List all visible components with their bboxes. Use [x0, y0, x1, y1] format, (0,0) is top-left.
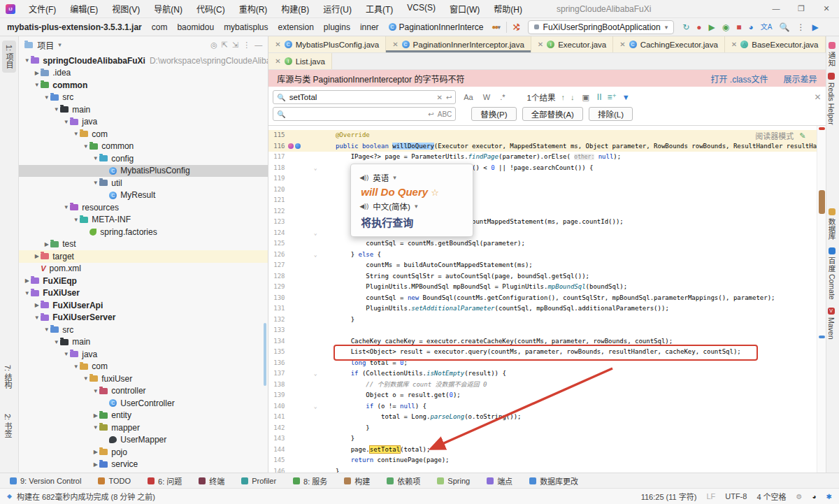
breadcrumb-item[interactable]: mybatisplus	[224, 22, 268, 32]
locate-file-icon[interactable]: ◎	[210, 41, 217, 50]
tree-item-test[interactable]: ▶test	[19, 238, 268, 251]
speaker-icon[interactable]: ◀))	[359, 203, 368, 210]
tree-expander[interactable]: ▼	[82, 375, 89, 382]
tree-expander[interactable]: ▶	[43, 241, 50, 247]
tree-item-java[interactable]: ▼java	[19, 116, 268, 129]
popup-lang-english[interactable]: 英语	[373, 172, 389, 183]
tree-expander[interactable]: ▶	[92, 461, 99, 468]
tree-item--idea[interactable]: ▶.idea	[19, 67, 268, 80]
tree-expander[interactable]: ▼	[92, 180, 99, 186]
tree-expander[interactable]: ▼	[23, 57, 31, 64]
tree-expander[interactable]: ▼	[62, 119, 70, 125]
tree-expander[interactable]: ▼	[72, 363, 80, 370]
fold-marker[interactable]: ⌄	[310, 228, 320, 239]
bottom-tab-6-问题[interactable]: 6: 问题	[148, 475, 182, 487]
tree-item-mapper[interactable]: ▼mapper	[19, 422, 268, 434]
tree-item-common[interactable]: ▼common	[19, 141, 268, 153]
tree-item-springcloudealibabafuxi[interactable]: ▼springCloudeAlibabaFuXiD:\workspace\spr…	[19, 55, 268, 67]
tree-item-resources[interactable]: ▼resources	[19, 201, 268, 214]
sidebar-tab-structure[interactable]: 7: 结构	[2, 365, 13, 389]
close-button[interactable]: ✕	[814, 0, 839, 17]
more-icon[interactable]: ⋮	[796, 23, 805, 31]
tree-item-fuxiuserserver[interactable]: ▼FuXiUserServer	[19, 312, 268, 324]
tree-expander[interactable]: ▶	[23, 278, 31, 284]
run-coverage-icon[interactable]: ▶	[709, 23, 715, 31]
bottom-tab-终端[interactable]: 终端	[199, 475, 224, 487]
tree-item-com[interactable]: ▼com	[19, 361, 268, 373]
chevron-down-icon[interactable]: ▾	[58, 41, 62, 48]
overrides-method-icon[interactable]	[295, 143, 301, 149]
tree-item-config[interactable]: ▼config	[19, 152, 268, 165]
replace-field[interactable]: 🔍 ↩ ABC	[273, 107, 456, 121]
sidebar-tab-project[interactable]: 1: 项目	[2, 41, 16, 73]
tool-stripe-bell[interactable]: 通知	[827, 42, 838, 66]
tree-expander[interactable]: ▶	[92, 412, 99, 419]
tree-expander[interactable]: ▼	[43, 94, 50, 101]
open-class-file-link[interactable]: 打开 .class文件	[710, 73, 768, 85]
close-tab-icon[interactable]: ✕	[731, 41, 737, 48]
popup-lang-chinese[interactable]: 中文(简体)	[373, 201, 410, 212]
breadcrumb-item-class[interactable]: CPaginationInnerInterce	[389, 22, 484, 32]
menu-item[interactable]: 窗口(W)	[443, 1, 486, 17]
tool-stripe-database[interactable]: 数据库	[827, 208, 838, 240]
menu-item[interactable]: 帮助(H)	[487, 1, 529, 17]
favorite-star-icon[interactable]: ☆	[431, 187, 439, 198]
tree-item-entity[interactable]: ▶entity	[19, 410, 268, 422]
show-diff-link[interactable]: 展示差异	[784, 73, 817, 85]
close-tab-icon[interactable]: ✕	[275, 41, 280, 48]
search-icon[interactable]: 🔍	[779, 23, 789, 31]
debug-icon[interactable]: ●	[696, 23, 701, 31]
code-editor[interactable]: 115 @Override116 public boolean willDoQu…	[268, 126, 825, 473]
bottom-tab-8-服务[interactable]: 8: 服务	[293, 475, 327, 487]
menu-item[interactable]: 代码(C)	[190, 1, 231, 17]
fold-marker[interactable]: ⌄	[310, 163, 320, 174]
profile-icon[interactable]: ◉	[722, 23, 729, 31]
replace-input[interactable]	[289, 110, 425, 118]
tree-item-myresult[interactable]: CMyResult	[19, 189, 268, 202]
bottom-tab-构建[interactable]: 构建	[344, 475, 370, 487]
breadcrumb-item[interactable]: extension	[278, 22, 313, 32]
tool-stripe-maven[interactable]: VMaven	[827, 308, 836, 340]
tree-expander[interactable]: ▼	[33, 315, 41, 321]
replace-button[interactable]: 替换(P)	[471, 107, 516, 121]
project-scrollbar[interactable]	[264, 323, 266, 386]
words-toggle[interactable]: W	[481, 92, 492, 102]
tree-expander[interactable]: ▼	[82, 143, 89, 150]
fold-marker[interactable]: ⌄	[310, 250, 320, 261]
tree-expander[interactable]: ▼	[92, 424, 99, 431]
assistant-icon[interactable]: ✱	[826, 493, 832, 501]
close-tab-icon[interactable]: ✕	[275, 57, 280, 65]
maximize-button[interactable]: ❐	[789, 0, 814, 17]
line-separator[interactable]: LF	[706, 492, 715, 501]
rerun-icon[interactable]: ↻	[682, 23, 689, 31]
bottom-tab-数据库更改[interactable]: 数据库更改	[529, 475, 578, 487]
more-icon[interactable]: ⋮	[243, 41, 250, 50]
regex-toggle[interactable]: .*	[498, 92, 507, 102]
bottom-tab-依赖项[interactable]: 依赖项	[387, 475, 420, 487]
search-field[interactable]: 🔍 ✕ ↩	[273, 90, 456, 104]
tab-paginationinnerinterceptor-java[interactable]: ✕CPaginationInnerInterceptor.java	[386, 36, 531, 52]
menu-item[interactable]: 文件(F)	[22, 1, 62, 17]
lock-icon[interactable]: ⚙	[796, 493, 803, 501]
bottom-tab-spring[interactable]: Spring	[437, 477, 470, 485]
tool-stripe-comate[interactable]: 百度 Comate	[827, 247, 838, 300]
indent-setting[interactable]: 4 个空格	[756, 491, 786, 502]
tree-item-fuxiuser[interactable]: ▼fuxiUser	[19, 373, 268, 385]
tree-item-src[interactable]: ▼src	[19, 92, 268, 104]
multiline-icon[interactable]: ≡⁺	[607, 92, 616, 102]
tab-executor-java[interactable]: ✕IExecutor.java	[531, 36, 613, 52]
tree-item-usermapper[interactable]: UserMapper	[19, 434, 268, 447]
breadcrumb-item[interactable]: inner	[360, 22, 379, 32]
tree-expander[interactable]: ▶	[92, 449, 99, 455]
exclude-button[interactable]: 排除(L)	[589, 107, 633, 121]
menu-item[interactable]: 重构(R)	[233, 1, 274, 17]
tree-item-pojo[interactable]: ▶pojo	[19, 446, 268, 459]
tree-expander[interactable]: ▶	[33, 70, 41, 76]
history-icon[interactable]: ↩	[446, 94, 452, 101]
bottom-tab-profiler[interactable]: Profiler	[241, 477, 276, 485]
bottom-tab-端点[interactable]: 端点	[487, 475, 512, 487]
pin-icon[interactable]: II	[597, 92, 602, 102]
hide-panel-icon[interactable]: —	[254, 41, 262, 49]
tree-expander[interactable]: ▼	[52, 339, 60, 345]
breadcrumb-item[interactable]: baomidou	[177, 22, 214, 32]
